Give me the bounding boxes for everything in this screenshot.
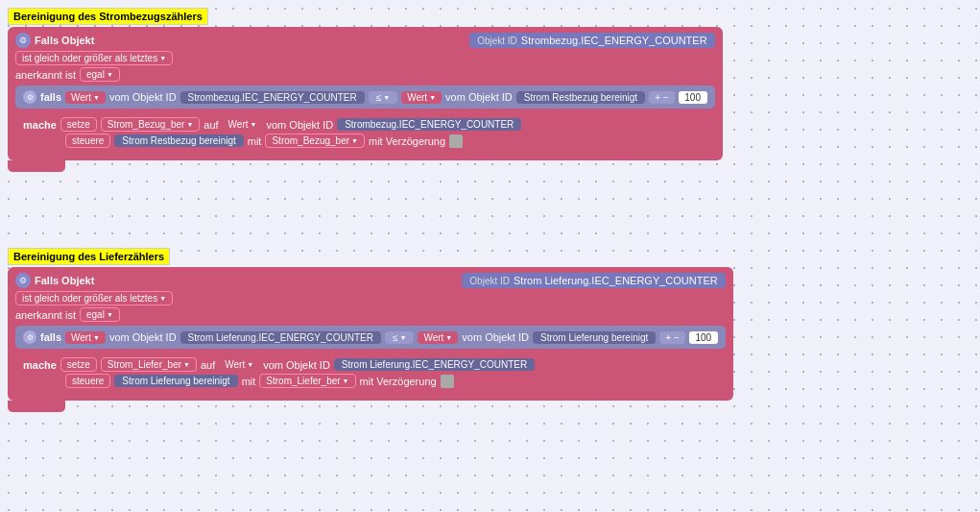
block1-title: Bereinigung des Strombezugszählers: [8, 8, 208, 25]
block1-condition2-row: anerkannt ist egal: [15, 67, 715, 82]
block2-obj2: Strom Lieferung bereinigt: [533, 331, 656, 344]
block2-obj1: Strom Lieferung.IEC_ENERGY_COUNTER: [180, 331, 381, 344]
block1-wert1[interactable]: Wert: [65, 91, 106, 104]
block1-var[interactable]: Strom_Bezug_ber: [101, 117, 201, 132]
block1-inner-gear[interactable]: ⚙: [23, 90, 36, 104]
block1-mache-row2: steuere Strom Restbezug bereinigt mit St…: [23, 134, 707, 148]
block2-falls-header: ⚙ Falls Objekt Objekt ID Strom Lieferung…: [15, 273, 726, 288]
block1-objekt-id-value: Strombezug.IEC_ENERGY_COUNTER: [521, 35, 707, 46]
block2-mache-row2: steuere Strom Lieferung bereinigt mit St…: [23, 374, 718, 388]
block2-condition1-dropdown[interactable]: ist gleich oder größer als letztes: [15, 291, 173, 305]
block1-number[interactable]: 100: [679, 91, 707, 104]
block1-wert2[interactable]: Wert: [401, 91, 442, 104]
block1-gear-icon[interactable]: ⚙: [15, 33, 31, 48]
block1-inner-block: ⚙ falls Wert vom Objekt ID Strombezug.IE…: [15, 85, 715, 109]
block2-obj4: Strom Lieferung bereinigt: [114, 375, 237, 387]
block2-var[interactable]: Strom_Liefer_ber: [101, 357, 197, 372]
block1-obj2: Strom Restbezug bereinigt: [516, 91, 645, 104]
block1-operator[interactable]: ≤: [369, 91, 397, 104]
block1-var2[interactable]: Strom_Bezug_ber: [265, 134, 365, 148]
block2-inner-gear[interactable]: ⚙: [23, 330, 36, 344]
block1-auf: auf: [203, 119, 218, 131]
block1-container: Bereinigung des Strombezugszählers ⚙ Fal…: [8, 8, 723, 172]
block2-operator[interactable]: ≤: [385, 331, 414, 344]
block2-verzogerung-toggle[interactable]: [441, 375, 454, 388]
block2-bottom-notch: [8, 401, 65, 412]
block2-auf: auf: [201, 359, 215, 371]
block1-condition1-dropdown[interactable]: ist gleich oder größer als letztes: [15, 51, 173, 65]
block1-mache-label: mache: [23, 119, 57, 131]
block2-mit: mit: [242, 376, 256, 387]
block1-main: ⚙ Falls Objekt Objekt ID Strombezug.IEC_…: [8, 27, 723, 160]
block1-inner-falls-label: falls: [40, 91, 61, 103]
block1-setze[interactable]: setze: [60, 117, 97, 132]
block1-condition2-text: anerkannt ist: [15, 69, 76, 81]
block1-bottom-notch: [8, 160, 65, 172]
block2-vom1: vom Objekt ID: [109, 331, 177, 343]
block2-objekt-id-value: Strom Lieferung.IEC_ENERGY_COUNTER: [514, 275, 718, 286]
block1-objekt-id-label: Objekt ID: [477, 36, 517, 46]
block1-condition2-dropdown[interactable]: egal: [80, 67, 120, 82]
block1-mache-block: mache setze Strom_Bezug_ber auf Wert vom…: [15, 110, 715, 155]
block1-plus-minus[interactable]: + −: [649, 91, 674, 104]
block2-inner-block: ⚙ falls Wert vom Objekt ID Strom Lieferu…: [15, 326, 726, 349]
block2-condition1-row: ist gleich oder größer als letztes: [15, 291, 726, 305]
block1-mit-verzogerung: mit Verzögerung: [369, 135, 445, 147]
block2-steuere[interactable]: steuere: [65, 374, 110, 388]
block2-container: Bereinigung des Lieferzählers ⚙ Falls Ob…: [8, 248, 733, 412]
block2-obj3: Strom Lieferung.IEC_ENERGY_COUNTER: [334, 358, 535, 371]
block1-inner-falls-row: ⚙ falls Wert vom Objekt ID Strombezug.IE…: [23, 90, 707, 104]
block2-mache-label: mache: [23, 359, 57, 371]
block2-wert2[interactable]: Wert: [418, 331, 458, 344]
block2-main: ⚙ Falls Objekt Objekt ID Strom Lieferung…: [8, 267, 733, 401]
block1-vom3: vom Objekt ID: [266, 119, 333, 131]
block1-vom1: vom Objekt ID: [109, 91, 177, 103]
block1-vom2: vom Objekt ID: [445, 91, 513, 103]
block2-setze[interactable]: setze: [60, 357, 97, 372]
block2-wert3[interactable]: Wert: [219, 358, 259, 371]
block1-wert3[interactable]: Wert: [223, 118, 263, 131]
block2-var2[interactable]: Strom_Liefer_ber: [259, 374, 355, 388]
block1-objekt-id-pill: Objekt ID Strombezug.IEC_ENERGY_COUNTER: [469, 33, 714, 48]
block2-plus-minus[interactable]: + −: [659, 331, 684, 344]
block2-condition2-dropdown[interactable]: egal: [80, 307, 120, 322]
block2-gear-icon[interactable]: ⚙: [15, 273, 31, 288]
block1-mit: mit: [248, 135, 262, 147]
block2-inner-falls-label: falls: [40, 331, 61, 343]
block2-number[interactable]: 100: [689, 331, 718, 344]
block2-mache-block: mache setze Strom_Liefer_ber auf Wert vo…: [15, 351, 726, 395]
block2-mit-verzogerung: mit Verzögerung: [360, 376, 437, 387]
block2-objekt-id-pill: Objekt ID Strom Lieferung.IEC_ENERGY_COU…: [462, 273, 725, 288]
block1-obj4: Strom Restbezug bereinigt: [114, 134, 243, 147]
block2-vom2: vom Objekt ID: [462, 331, 529, 343]
block1-steuere[interactable]: steuere: [65, 134, 110, 148]
block2-vom3: vom Objekt ID: [263, 359, 330, 371]
block2-condition2-row: anerkannt ist egal: [15, 307, 726, 322]
block2-mache-row1: mache setze Strom_Liefer_ber auf Wert vo…: [23, 357, 718, 372]
block1-obj1: Strombezug.IEC_ENERGY_COUNTER: [180, 91, 365, 104]
block2-inner-falls-row: ⚙ falls Wert vom Objekt ID Strom Lieferu…: [23, 330, 718, 344]
block1-verzogerung-toggle[interactable]: [449, 134, 463, 148]
block2-condition2-text: anerkannt ist: [15, 309, 76, 321]
block2-objekt-id-label: Objekt ID: [469, 276, 510, 286]
block1-condition1-row: ist gleich oder größer als letztes: [15, 51, 715, 65]
block1-mache-row1: mache setze Strom_Bezug_ber auf Wert vom…: [23, 117, 707, 132]
block1-falls-label: Falls Objekt: [35, 35, 94, 46]
block2-falls-label: Falls Objekt: [35, 275, 94, 286]
block2-title: Bereinigung des Lieferzählers: [8, 248, 170, 265]
block2-wert1[interactable]: Wert: [65, 331, 106, 344]
block1-obj3: Strombezug.IEC_ENERGY_COUNTER: [337, 118, 521, 131]
block1-falls-header: ⚙ Falls Objekt Objekt ID Strombezug.IEC_…: [15, 33, 715, 48]
